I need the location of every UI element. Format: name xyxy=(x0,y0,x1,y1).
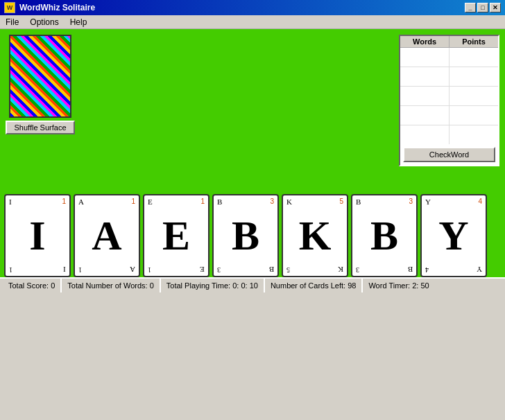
shuffle-container: Shuffle Surface xyxy=(6,35,75,183)
card-letter: B xyxy=(370,215,398,256)
card-top-right: 1 xyxy=(131,198,135,205)
window-title: WordWhiz Solitaire xyxy=(19,3,95,12)
points-cell xyxy=(450,106,498,125)
total-words-segment: Total Number of Words: 0 xyxy=(62,279,161,292)
playing-time-value: 0: 0: 10 xyxy=(232,281,258,290)
score-row xyxy=(400,48,498,67)
card-top-left: I xyxy=(9,198,12,206)
card-bottom-left: 3 xyxy=(356,266,359,274)
score-row xyxy=(400,87,498,106)
word-timer-label: Word Timer: xyxy=(368,281,410,290)
card-top-left: E xyxy=(148,198,153,206)
word-timer-segment: Word Timer: 2: 50 xyxy=(363,279,434,292)
shuffle-card[interactable] xyxy=(9,35,71,118)
minimize-button[interactable]: _ xyxy=(465,3,476,12)
card-bottom-right: B xyxy=(269,265,274,274)
card-Y[interactable]: Y 4 Y 4 Y xyxy=(420,194,487,277)
card-top-right: 1 xyxy=(200,198,205,205)
cards-row: I 1 I 1 I A 1 A 1 A E 1 E 1 E B 3 B 3 B xyxy=(0,194,505,277)
word-cell xyxy=(400,67,450,86)
card-top-left: B xyxy=(356,198,361,206)
points-cell xyxy=(450,87,498,105)
menu-help[interactable]: Help xyxy=(65,16,93,28)
card-A[interactable]: A 1 A 1 A xyxy=(74,194,140,277)
card-letter: I xyxy=(29,215,45,256)
cards-left-segment: Number of Cards Left: 98 xyxy=(265,279,363,292)
card-bottom-right: Y xyxy=(477,265,482,274)
menu-bar: File Options Help xyxy=(0,15,505,29)
card-bottom-left: 1 xyxy=(78,266,82,274)
card-bottom-left: 5 xyxy=(286,266,290,274)
card-top-left: K xyxy=(286,198,292,206)
card-letter: E xyxy=(162,215,190,256)
card-bottom-right: E xyxy=(200,265,205,274)
total-score-segment: Total Score: 0 xyxy=(3,279,62,292)
points-cell xyxy=(450,67,498,86)
words-col-header: Words xyxy=(400,36,450,47)
title-bar: W WordWhiz Solitaire _ □ ✕ xyxy=(0,0,505,15)
word-cell xyxy=(400,125,450,144)
card-top-right: 3 xyxy=(270,198,274,205)
status-bar: Total Score: 0 Total Number of Words: 0 … xyxy=(0,277,505,292)
score-panel: Words Points xyxy=(399,35,499,166)
card-top-left: Y xyxy=(425,198,431,206)
card-top-right: 5 xyxy=(339,198,343,205)
app-icon: W xyxy=(4,2,15,13)
card-top-right: 1 xyxy=(62,198,66,205)
score-row xyxy=(400,106,498,125)
card-bottom-left: 1 xyxy=(9,266,12,274)
card-top-left: A xyxy=(78,198,84,206)
card-letter: Y xyxy=(438,215,468,256)
points-col-header: Points xyxy=(450,36,498,47)
total-words-label: Total Number of Words: xyxy=(67,281,147,290)
score-row xyxy=(400,67,498,87)
maximize-button[interactable]: □ xyxy=(477,3,488,12)
score-row xyxy=(400,125,498,144)
card-E[interactable]: E 1 E 1 E xyxy=(143,194,209,277)
card-K[interactable]: K 5 K 5 K xyxy=(282,194,348,277)
card-bottom-right: I xyxy=(63,265,66,274)
card-I[interactable]: I 1 I 1 I xyxy=(4,194,71,277)
cards-left-label: Number of Cards Left: xyxy=(271,281,345,290)
menu-options[interactable]: Options xyxy=(24,16,64,28)
score-header: Words Points xyxy=(400,36,498,48)
card-top-right: 3 xyxy=(409,198,413,205)
shuffle-button[interactable]: Shuffle Surface xyxy=(6,121,75,134)
card-letter: K xyxy=(299,215,332,256)
title-bar-left: W WordWhiz Solitaire xyxy=(4,2,95,13)
close-button[interactable]: ✕ xyxy=(490,3,501,12)
menu-file[interactable]: File xyxy=(0,16,24,28)
word-cell xyxy=(400,48,450,67)
card-B2[interactable]: B 3 B 3 B xyxy=(351,194,418,277)
card-bottom-right: B xyxy=(408,265,413,274)
total-score-value: 0 xyxy=(51,281,55,290)
card-bottom-left: 1 xyxy=(148,266,151,274)
cards-left-value: 98 xyxy=(348,281,356,290)
card-top-right: 4 xyxy=(478,198,482,205)
check-word-button[interactable]: CheckWord xyxy=(403,147,495,162)
card-letter: A xyxy=(92,215,121,256)
word-cell xyxy=(400,87,450,105)
game-area: Shuffle Surface Words Points xyxy=(0,29,505,277)
total-words-value: 0 xyxy=(150,281,154,290)
card-bottom-right: A xyxy=(130,265,135,274)
total-score-label: Total Score: xyxy=(8,281,49,290)
points-cell xyxy=(450,125,498,144)
title-controls: _ □ ✕ xyxy=(465,3,501,12)
card-bottom-left: 4 xyxy=(425,266,429,274)
playing-time-label: Total Playing Time: xyxy=(166,281,230,290)
card-bottom-left: 3 xyxy=(217,266,221,274)
card-letter: B xyxy=(232,215,259,256)
card-B1[interactable]: B 3 B 3 B xyxy=(212,194,279,277)
playing-time-segment: Total Playing Time: 0: 0: 10 xyxy=(161,279,265,292)
points-cell xyxy=(450,48,498,67)
word-cell xyxy=(400,106,450,125)
word-timer-value: 2: 50 xyxy=(412,281,429,290)
card-bottom-right: K xyxy=(338,265,343,274)
top-section: Shuffle Surface Words Points xyxy=(0,29,505,189)
score-rows xyxy=(400,48,498,144)
card-top-left: B xyxy=(217,198,222,206)
